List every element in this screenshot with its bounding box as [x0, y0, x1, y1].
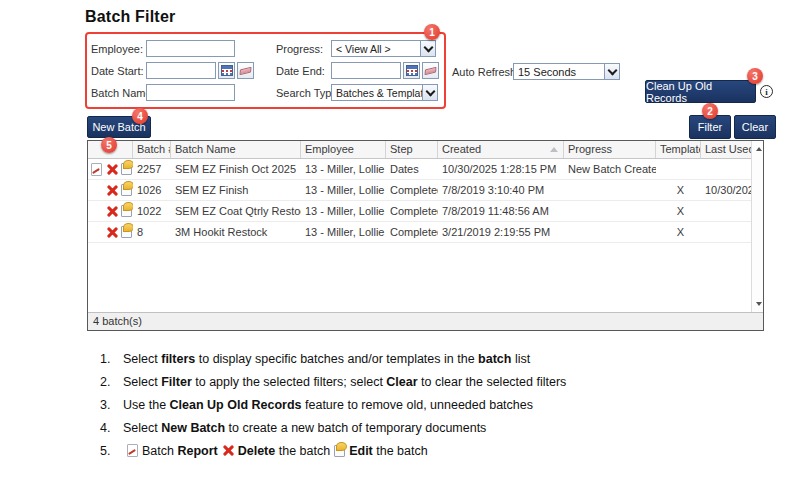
cell-employee: 13 - Miller, Lollie	[301, 222, 386, 242]
delete-slot	[105, 162, 118, 177]
date-start-calendar-button[interactable]	[218, 62, 235, 79]
edit-icon[interactable]	[121, 205, 132, 217]
search-type-select[interactable]: Batches & Templates	[331, 84, 438, 101]
report-icon	[127, 444, 138, 457]
instruction-plain-text: to display specific batches and/or templ…	[195, 352, 478, 366]
row-actions	[88, 222, 133, 242]
instruction-item: 3.Use the Clean Up Old Records feature t…	[100, 398, 760, 413]
cell-employee: 13 - Miller, Lollie	[301, 201, 386, 221]
cell-progress: New Batch Created	[564, 159, 656, 179]
delete-icon[interactable]	[106, 205, 118, 218]
date-end-input[interactable]	[331, 62, 401, 79]
progress-selected-value: < View All >	[336, 43, 391, 55]
delete-icon[interactable]	[106, 226, 118, 239]
column-header-last-used[interactable]: Last Used	[701, 141, 751, 158]
instruction-plain-text: Use the	[123, 398, 170, 412]
cell-progress	[564, 222, 656, 242]
report-slot	[90, 183, 103, 198]
calendar-icon	[406, 65, 418, 76]
employee-input[interactable]	[146, 40, 235, 57]
instruction-item: 1.Select filters to display specific bat…	[100, 352, 760, 367]
cell-created: 7/8/2019 3:10:40 PM	[438, 180, 564, 200]
sort-ascending-icon[interactable]	[550, 147, 558, 152]
delete-slot	[105, 183, 118, 198]
progress-select[interactable]: < View All >	[331, 40, 436, 57]
cell-batch_name: SEM EZ Finish Oct 2025	[171, 159, 301, 179]
column-header-created[interactable]: Created	[438, 141, 564, 158]
date-end-calendar-button[interactable]	[403, 62, 420, 79]
batch-table-body: 2257SEM EZ Finish Oct 202513 - Miller, L…	[88, 159, 763, 312]
delete-icon	[222, 444, 234, 457]
calendar-icon	[221, 65, 233, 76]
table-row[interactable]: 1022SEM EZ Coat Qtrly Restock13 - Miller…	[88, 201, 763, 222]
cell-step: Completed	[386, 201, 438, 221]
cell-last_used	[701, 159, 751, 179]
report-slot	[90, 204, 103, 219]
delete-icon[interactable]	[106, 184, 118, 197]
date-end-clear-button[interactable]	[422, 62, 439, 79]
edit-icon[interactable]	[121, 163, 132, 175]
batch-count-footer: 4 batch(s)	[88, 312, 763, 330]
report-icon[interactable]	[91, 163, 102, 176]
employee-label: Employee:	[91, 43, 143, 55]
table-row[interactable]: 1026SEM EZ Finish13 - Miller, LollieComp…	[88, 180, 763, 201]
chevron-down-icon[interactable]	[604, 64, 619, 79]
scrollbar-down-icon[interactable]	[756, 302, 762, 306]
column-header-step[interactable]: Step	[386, 141, 438, 158]
date-start-input[interactable]	[146, 62, 216, 79]
instruction-text: Select New Batch to create a new batch o…	[123, 421, 486, 436]
edit-icon	[334, 445, 345, 457]
edit-icon[interactable]	[121, 226, 132, 238]
date-start-clear-button[interactable]	[237, 62, 254, 79]
instruction-text: Select filters to display specific batch…	[123, 352, 530, 367]
column-header-progress[interactable]: Progress	[564, 141, 656, 158]
delete-icon[interactable]	[106, 163, 118, 176]
scrollbar-up-icon[interactable]	[756, 147, 762, 151]
instruction-bold-text: Clean Up Old Records	[170, 398, 302, 412]
edit-icon[interactable]	[121, 184, 132, 196]
column-header-template[interactable]: Template	[656, 141, 701, 158]
instruction-bold-text: Edit	[349, 444, 373, 458]
cell-step: Completed	[386, 222, 438, 242]
vertical-scrollbar[interactable]	[751, 141, 763, 312]
delete-slot	[105, 204, 118, 219]
instruction-bold-text: filters	[161, 352, 195, 366]
instruction-plain-text: the batch	[275, 444, 330, 458]
clear-button[interactable]: Clear	[734, 115, 776, 139]
date-end-label: Date End:	[276, 65, 325, 77]
chevron-down-icon[interactable]	[422, 85, 437, 100]
batch-name-input[interactable]	[146, 84, 235, 101]
callout-badge-1: 1	[424, 24, 440, 40]
column-header-employee[interactable]: Employee	[301, 141, 386, 158]
auto-refresh-select[interactable]: 15 Seconds	[513, 63, 620, 80]
table-row[interactable]: 2257SEM EZ Finish Oct 202513 - Miller, L…	[88, 159, 763, 180]
instruction-plain-text: feature to remove old, unneeded batches	[302, 398, 533, 412]
instruction-number: 5.	[100, 444, 123, 459]
chevron-down-icon[interactable]	[420, 41, 435, 56]
info-icon[interactable]: i	[760, 85, 773, 98]
instruction-item: 4.Select New Batch to create a new batch…	[100, 421, 760, 436]
instruction-bold-text: Delete	[238, 444, 276, 458]
cell-batch_num: 1026	[133, 180, 171, 200]
column-header-batch-[interactable]: Batch #	[133, 141, 171, 158]
row-actions	[88, 201, 133, 221]
instruction-bold-text: Filter	[161, 375, 192, 389]
row-actions	[88, 159, 133, 179]
eraser-icon	[425, 66, 437, 74]
table-row[interactable]: 83M Hookit Restock13 - Miller, LollieCom…	[88, 222, 763, 243]
instruction-bold-text: Clear	[386, 375, 417, 389]
row-actions	[88, 180, 133, 200]
instruction-plain-text: Select	[123, 375, 161, 389]
cell-employee: 13 - Miller, Lollie	[301, 159, 386, 179]
cell-batch_name: SEM EZ Coat Qtrly Restock	[171, 201, 301, 221]
auto-refresh-label: Auto Refresh:	[452, 66, 519, 78]
cell-last_used: 10/30/2025	[701, 180, 751, 200]
callout-badge-4: 4	[132, 108, 148, 124]
instruction-plain-text: to clear the selected filters	[418, 375, 567, 389]
column-header-batch-name[interactable]: Batch Name	[171, 141, 301, 158]
instruction-text: Use the Clean Up Old Records feature to …	[123, 398, 533, 413]
clean-up-old-records-button[interactable]: Clean Up Old Records	[645, 80, 756, 103]
report-slot	[90, 162, 103, 177]
cell-batch_name: 3M Hookit Restock	[171, 222, 301, 242]
page-title: Batch Filter	[85, 8, 175, 26]
